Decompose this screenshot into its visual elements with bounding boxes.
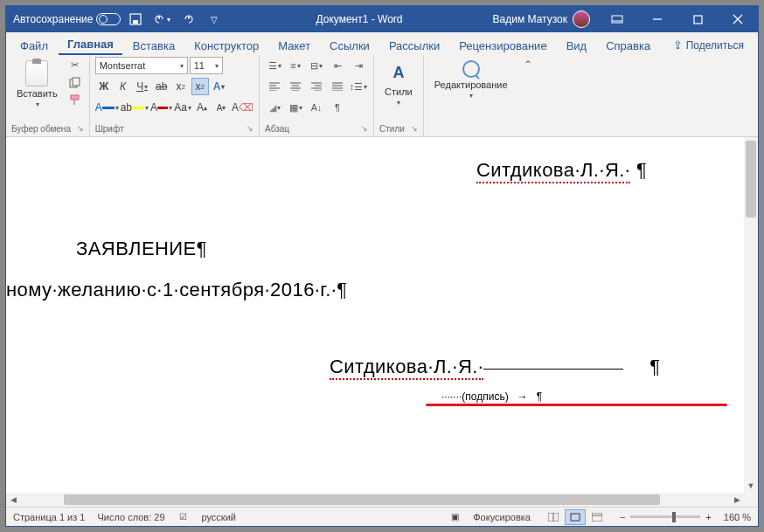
scroll-thumb[interactable]	[746, 141, 756, 218]
ribbon-tabs: Файл Главная Вставка Конструктор Макет С…	[6, 32, 758, 55]
scroll-left-icon[interactable]: ◀	[6, 493, 20, 507]
tab-file[interactable]: Файл	[11, 36, 57, 55]
align-center-button[interactable]	[286, 78, 305, 95]
maximize-button[interactable]	[677, 6, 718, 32]
focus-icon: ▣	[448, 511, 461, 523]
show-marks-button[interactable]: ¶	[328, 99, 347, 116]
doc-body-line: ному·желанию·с·1·сентября·2016·г.·	[6, 279, 348, 301]
editing-button[interactable]: Редактирование▾	[429, 57, 513, 103]
tab-layout[interactable]: Макет	[269, 36, 319, 55]
paste-icon	[25, 60, 48, 86]
group-clipboard-label: Буфер обмена	[11, 124, 71, 134]
clear-formatting-button[interactable]: A⌫	[232, 99, 254, 116]
font-color-button[interactable]: A▾	[150, 99, 172, 116]
undo-icon[interactable]: ▾	[150, 6, 173, 32]
minimize-button[interactable]	[637, 6, 677, 32]
user-name: Вадим Матузок	[493, 13, 567, 25]
group-font-label: Шрифт	[95, 124, 124, 134]
bold-button[interactable]: Ж	[95, 78, 113, 95]
strikethrough-button[interactable]: ab	[153, 78, 170, 95]
bullets-button[interactable]: ☰▾	[265, 57, 284, 74]
borders-button[interactable]: ▦▾	[286, 99, 305, 116]
numbering-button[interactable]: ≡▾	[286, 57, 305, 74]
tab-review[interactable]: Рецензирование	[450, 36, 555, 55]
styles-icon: A	[385, 60, 412, 85]
justify-button[interactable]	[328, 78, 347, 95]
scroll-down-icon[interactable]: ▼	[744, 479, 758, 493]
underline-button[interactable]: Ч▾	[134, 78, 151, 95]
highlight-button[interactable]: ab▾	[121, 99, 149, 116]
format-painter-icon[interactable]	[66, 92, 84, 107]
font-family-combo[interactable]: Montserrat▾	[95, 57, 188, 74]
spellcheck-icon[interactable]: ☑	[177, 511, 190, 523]
paragraph-launcher-icon[interactable]: ↘	[361, 124, 368, 133]
tab-design[interactable]: Конструктор	[185, 36, 267, 55]
svg-rect-1	[133, 20, 138, 24]
status-page[interactable]: Страница 1 из 1	[13, 512, 85, 522]
font-color-fill-button[interactable]: A▾	[95, 99, 119, 116]
tab-view[interactable]: Вид	[558, 36, 596, 55]
italic-button[interactable]: К	[115, 78, 132, 95]
web-layout-icon[interactable]	[587, 509, 608, 525]
font-launcher-icon[interactable]: ↘	[247, 124, 254, 133]
align-right-button[interactable]	[307, 78, 326, 95]
line-spacing-button[interactable]: ↕☰▾	[349, 78, 368, 95]
paste-button[interactable]: Вставить ▾	[11, 57, 63, 112]
status-focus[interactable]: Фокусировка	[473, 512, 531, 522]
superscript-button[interactable]: x2	[191, 78, 209, 95]
tab-insert[interactable]: Вставка	[124, 36, 184, 55]
group-paragraph-label: Абзац	[265, 124, 289, 134]
qat-more-icon[interactable]: ▽	[203, 6, 226, 32]
increase-indent-button[interactable]: ⇥	[349, 57, 368, 74]
ribbon: Вставить ▾ ✂ Буфер обмена↘ Montserrat▾ 1…	[6, 55, 758, 137]
autosave-toggle[interactable]	[96, 13, 121, 25]
grow-font-button[interactable]: A▴	[193, 99, 211, 116]
save-icon[interactable]	[124, 6, 147, 32]
avatar[interactable]	[573, 10, 590, 28]
text-effects-button[interactable]: A▾	[211, 78, 228, 95]
styles-launcher-icon[interactable]: ↘	[411, 124, 418, 133]
multilevel-button[interactable]: ⊟▾	[307, 57, 326, 74]
cut-icon[interactable]: ✂	[66, 57, 84, 73]
read-mode-icon[interactable]	[543, 509, 564, 525]
doc-sig-label: ·······(подпись) →	[441, 390, 542, 403]
scroll-right-icon[interactable]: ▶	[730, 493, 744, 507]
decrease-indent-button[interactable]: ⇤	[328, 57, 347, 74]
zoom-in-icon[interactable]: +	[705, 512, 711, 522]
copy-icon[interactable]	[66, 74, 84, 90]
tab-help[interactable]: Справка	[597, 36, 659, 55]
sort-button[interactable]: A↓	[307, 99, 326, 116]
zoom-level[interactable]: 160 %	[724, 512, 751, 522]
redo-icon[interactable]	[177, 6, 199, 32]
close-button[interactable]	[718, 6, 758, 32]
document-area[interactable]: Ситдикова·Л.·Я.· ЗАЯВЛЕНИЕ ному·желанию·…	[6, 137, 758, 507]
horizontal-scrollbar[interactable]: ◀ ▶	[6, 493, 744, 507]
zoom-slider[interactable]: − +	[620, 512, 712, 522]
tab-home[interactable]: Главная	[59, 34, 122, 55]
share-button[interactable]: ⇪Поделиться	[664, 35, 753, 55]
styles-button[interactable]: A Стили▾	[379, 57, 418, 110]
print-layout-icon[interactable]	[565, 509, 586, 525]
tab-references[interactable]: Ссылки	[321, 36, 379, 55]
search-icon	[462, 60, 480, 78]
vertical-scrollbar[interactable]: ▲ ▼	[744, 137, 758, 493]
ribbon-display-icon[interactable]	[597, 6, 637, 32]
clipboard-launcher-icon[interactable]: ↘	[77, 124, 84, 133]
group-styles-label: Стили	[379, 124, 405, 134]
status-language[interactable]: русский	[202, 512, 236, 522]
align-left-button[interactable]	[265, 78, 284, 95]
tab-mailings[interactable]: Рассылки	[380, 36, 448, 55]
collapse-ribbon-icon[interactable]: ⌃	[518, 55, 538, 136]
zoom-out-icon[interactable]: −	[620, 512, 625, 522]
change-case-button[interactable]: Aa▾	[174, 99, 191, 116]
svg-rect-5	[73, 78, 80, 86]
svg-rect-6	[71, 95, 79, 100]
subscript-button[interactable]: x2	[172, 78, 190, 95]
font-size-combo[interactable]: 11▾	[190, 57, 223, 74]
shrink-font-button[interactable]: A▾	[212, 99, 230, 116]
shading-button[interactable]: ◢▾	[265, 99, 284, 116]
titlebar: Автосохранение ▾ ▽ Документ1 - Word Вади…	[6, 6, 758, 32]
hscroll-thumb[interactable]	[64, 494, 660, 505]
status-words[interactable]: Число слов: 29	[97, 512, 164, 522]
doc-heading: ЗАЯВЛЕНИЕ	[76, 238, 197, 259]
